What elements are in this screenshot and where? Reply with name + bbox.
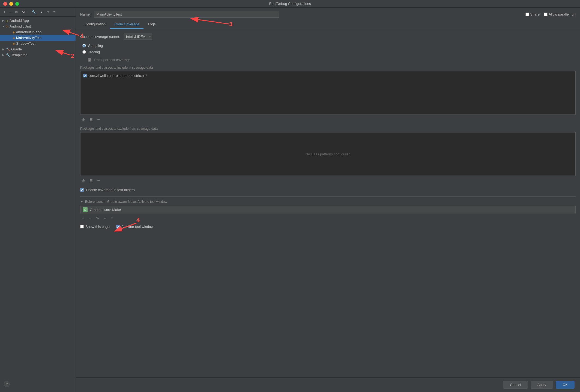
sidebar-toolbar: + − ⧉ 🖫 🔧 ▲ ▼ » — [0, 8, 76, 17]
name-row: Name: Share Allow parallel run — [76, 8, 580, 20]
exclude-add-package-button[interactable]: ⊕ — [80, 177, 87, 183]
share-area: Share Allow parallel run — [525, 12, 576, 16]
up-icon: ▲ — [104, 217, 106, 220]
include-toolbar: ⊕ ⊞ − — [80, 116, 576, 122]
class-icon: ◈ — [13, 30, 15, 34]
close-button[interactable] — [3, 2, 7, 6]
tracing-radio[interactable] — [82, 50, 86, 54]
enable-coverage-checkbox[interactable] — [80, 188, 84, 192]
sidebar: + − ⧉ 🖫 🔧 ▲ ▼ » — [0, 8, 76, 392]
track-per-test-checkbox[interactable] — [88, 58, 91, 62]
sidebar-item-android-junit[interactable]: ▼ ▷ Android JUnit — [0, 23, 76, 29]
include-item-checkbox[interactable] — [83, 74, 87, 77]
dialog-footer: Cancel Apply OK — [76, 377, 580, 392]
more-icon: » — [53, 10, 55, 14]
copy-config-button[interactable]: ⧉ — [14, 10, 19, 14]
title-bar: Run/Debug Configurations — [0, 0, 580, 8]
expand-arrow: ▶ — [2, 53, 6, 56]
runner-select-wrapper: IntelliJ IDEA Emma JaCoCo ▾ — [124, 34, 152, 40]
config-tree: ▶ ▷ Android App ▼ ▷ Android JUnit ◈ andr… — [0, 17, 76, 392]
gradle-make-item: G Gradle-aware Make — [80, 206, 576, 213]
copy-icon: ⧉ — [15, 10, 18, 14]
add-icon: + — [82, 216, 84, 221]
sidebar-item-label: MainActivityTest — [16, 36, 41, 40]
track-per-test-label: Track per test coverage — [94, 58, 131, 62]
sidebar-item-label: androidut in app — [16, 30, 41, 34]
expand-arrow: ▶ — [2, 19, 6, 22]
runner-select[interactable]: IntelliJ IDEA Emma JaCoCo — [124, 34, 152, 40]
track-per-test-row: Track per test coverage — [80, 58, 576, 62]
tab-bar: Configuration Code Coverage Logs — [76, 20, 580, 29]
before-launch-remove-button[interactable]: − — [87, 215, 93, 221]
add-class-icon: ⊞ — [89, 117, 93, 122]
sidebar-item-templates[interactable]: ▶ 🔧 Templates — [0, 52, 76, 58]
add-package-icon: ⊕ — [82, 117, 85, 122]
activate-window-checkbox[interactable] — [116, 225, 120, 228]
more-button[interactable]: » — [52, 9, 56, 15]
before-launch-title: Before launch: Gradle-aware Make, Activa… — [85, 200, 167, 204]
remove-icon: − — [9, 10, 11, 14]
sidebar-item-android-app[interactable]: ▶ ▷ Android App — [0, 18, 76, 23]
show-page-checkbox[interactable] — [80, 225, 84, 228]
exclude-remove-button[interactable]: − — [95, 177, 102, 183]
expand-arrow: ▼ — [2, 25, 6, 28]
tab-label: Logs — [148, 22, 156, 26]
main-layout: + − ⧉ 🖫 🔧 ▲ ▼ » — [0, 8, 580, 392]
empty-text: No class patterns configured — [306, 152, 351, 156]
before-launch-add-button[interactable]: + — [80, 215, 86, 221]
add-config-button[interactable]: + — [2, 9, 7, 15]
save-config-button[interactable]: 🖫 — [20, 10, 26, 14]
runner-label: Choose coverage runner: — [80, 35, 120, 39]
sampling-radio[interactable] — [82, 44, 86, 47]
sidebar-item-label: Gradle — [11, 47, 22, 51]
include-coverage-box: com.zl.weilu.androidut.robolectric.ui.* — [80, 71, 576, 115]
name-label: Name: — [80, 12, 91, 16]
parallel-checkbox[interactable] — [544, 13, 548, 16]
ok-button[interactable]: OK — [556, 381, 575, 389]
remove-config-button[interactable]: − — [8, 9, 13, 15]
sampling-label: Sampling — [88, 44, 103, 48]
move-up-button[interactable]: ▲ — [39, 10, 44, 14]
enable-coverage-label: Enable coverage in test folders — [86, 188, 135, 192]
parallel-label: Allow parallel run — [549, 12, 576, 16]
tab-configuration[interactable]: Configuration — [80, 20, 110, 29]
toolbar-separator — [28, 10, 28, 14]
up-icon: ▲ — [40, 11, 43, 14]
minimize-button[interactable] — [9, 2, 13, 6]
before-launch-edit-button[interactable]: ✎ — [94, 215, 101, 221]
down-icon: ▼ — [111, 217, 113, 220]
include-add-package-button[interactable]: ⊕ — [80, 116, 87, 122]
window-title: Run/Debug Configurations — [269, 2, 311, 6]
name-input[interactable] — [94, 11, 279, 18]
sidebar-item-gradle[interactable]: ▶ 🔨 Gradle — [0, 46, 76, 52]
move-down-button[interactable]: ▼ — [46, 10, 50, 14]
tab-code-coverage[interactable]: Code Coverage — [110, 20, 143, 29]
tab-logs[interactable]: Logs — [143, 20, 160, 29]
include-remove-button[interactable]: − — [95, 116, 102, 122]
exclude-add-class-button[interactable]: ⊞ — [88, 177, 94, 183]
class-icon: ◈ — [13, 36, 15, 40]
collapse-icon: ▼ — [80, 200, 83, 204]
include-add-class-button[interactable]: ⊞ — [88, 116, 94, 122]
edit-icon: ✎ — [96, 216, 99, 221]
help-button[interactable]: ? — [4, 381, 10, 387]
before-launch-down-button[interactable]: ▼ — [109, 215, 115, 221]
sidebar-item-shadow-test[interactable]: ◈ ShadowTest — [0, 41, 76, 46]
sidebar-item-main-activity-test[interactable]: ◈ MainActivityTest — [0, 35, 76, 41]
sidebar-item-androidut[interactable]: ◈ androidut in app — [0, 29, 76, 35]
tracing-radio-item[interactable]: Tracing — [82, 50, 576, 54]
bottom-options: Show this page Activate tool window — [80, 225, 576, 229]
share-label: Share — [530, 12, 540, 16]
settings-button[interactable]: 🔧 — [31, 9, 37, 15]
share-checkbox[interactable] — [525, 13, 529, 16]
maximize-button[interactable] — [15, 2, 19, 6]
runner-row: Choose coverage runner: IntelliJ IDEA Em… — [80, 34, 576, 40]
before-launch-up-button[interactable]: ▲ — [102, 215, 108, 221]
enable-coverage-row: Enable coverage in test folders — [80, 188, 576, 192]
sampling-radio-item[interactable]: Sampling — [82, 44, 576, 48]
cancel-button[interactable]: Cancel — [503, 381, 528, 389]
window-controls[interactable] — [3, 2, 19, 6]
apply-button[interactable]: Apply — [531, 381, 553, 389]
show-page-option: Show this page — [80, 225, 110, 229]
share-item: Share — [525, 12, 540, 16]
